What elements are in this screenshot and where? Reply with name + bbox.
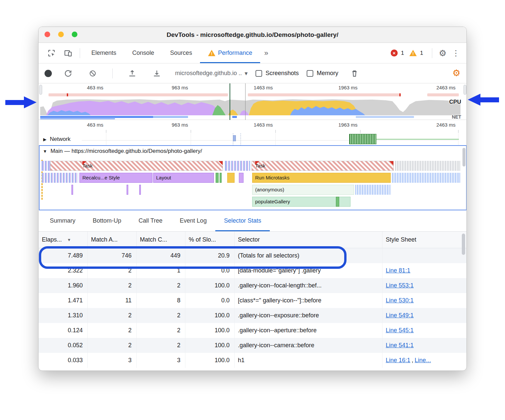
tab-performance[interactable]: ! Performance <box>200 43 260 63</box>
table-scrollbar-thumb[interactable] <box>462 234 465 255</box>
inspect-element-icon[interactable] <box>46 48 57 59</box>
timeline-ruler[interactable]: 463 ms 963 ms 1463 ms 1963 ms 2463 ms <box>39 120 466 133</box>
error-icon[interactable]: × <box>391 50 398 56</box>
close-window-button[interactable] <box>45 32 50 37</box>
record-button[interactable] <box>45 70 52 77</box>
clear-recording-icon[interactable] <box>87 68 98 79</box>
history-dropdown[interactable]: microsoftedge.github.io .. ▾ <box>175 70 248 77</box>
device-toolbar-icon[interactable] <box>62 48 74 59</box>
network-request-mark[interactable] <box>233 135 236 141</box>
flame-sliver[interactable] <box>127 185 128 195</box>
table-row[interactable]: 1.960 2 2 100.0 .gallery-icon--focal-len… <box>39 278 467 293</box>
column-header-match-attempts[interactable]: Match A... <box>88 232 137 248</box>
stylesheet-link[interactable]: Line 81:1 <box>386 267 410 274</box>
collect-garbage-icon[interactable] <box>349 68 360 79</box>
table-row[interactable]: 2.322 2 1 0.0 [data-module="gallery"] .g… <box>39 263 467 278</box>
window-title: DevTools - microsoftedge.github.io/Demos… <box>39 27 466 43</box>
stylesheet-link[interactable]: Line 530:1 <box>386 297 414 304</box>
column-header-match-count[interactable]: Match C... <box>137 232 185 248</box>
tiny-event-slivers[interactable] <box>392 173 460 183</box>
tab-summary[interactable]: Summary <box>41 210 84 231</box>
tiny-task-slivers[interactable] <box>42 161 50 171</box>
tiny-task-slivers[interactable] <box>395 161 460 171</box>
flame-bar-run-microtasks[interactable]: Run Microtasks <box>252 173 391 183</box>
capture-settings-gear-icon[interactable]: ⚙ <box>453 69 460 78</box>
warning-icon[interactable]: ! <box>409 50 417 56</box>
flame-row: Recalcu...e Style Layout Run Microtasks <box>40 173 466 183</box>
overview-right-handle[interactable] <box>463 85 466 95</box>
table-row-totals[interactable]: 7.489 746 449 20.9 (Totals for all selec… <box>39 248 467 263</box>
warning-icon: ! <box>208 50 215 56</box>
network-request-cluster[interactable] <box>349 134 376 144</box>
column-header-selector[interactable]: Selector <box>235 232 382 248</box>
tab-selector-stats[interactable]: Selector Stats <box>215 210 270 231</box>
flame-bar-paint[interactable] <box>220 173 222 183</box>
column-header-slow-path[interactable]: % of Slo... <box>185 232 235 248</box>
main-scrollbar-thumb[interactable] <box>462 148 465 166</box>
flame-sliver[interactable] <box>336 197 339 207</box>
ruler-time-label: 463 ms <box>72 122 103 128</box>
selection-line[interactable] <box>245 83 246 120</box>
flame-sliver[interactable] <box>139 185 141 195</box>
tab-sources[interactable]: Sources <box>162 43 200 63</box>
column-header-elapsed[interactable]: Elaps... ▼ <box>39 232 88 248</box>
flame-sliver[interactable] <box>71 185 73 195</box>
flame-bar-layout[interactable]: Layout <box>153 173 214 183</box>
ruler-time-label: 2463 ms <box>424 122 455 128</box>
table-row[interactable]: 0.124 2 2 100.0 .gallery-icon--aperture:… <box>39 323 467 338</box>
flame-row: (anonymous) <box>40 185 466 195</box>
flame-bar-script[interactable] <box>227 173 235 183</box>
warning-count[interactable]: 1 <box>420 50 423 56</box>
overview-left-handle[interactable] <box>39 85 42 95</box>
save-profile-icon[interactable] <box>151 68 162 79</box>
flame-bar-paint[interactable] <box>216 173 219 183</box>
tab-bottom-up[interactable]: Bottom-Up <box>84 210 130 231</box>
table-row[interactable]: 1.310 2 2 100.0 .gallery-icon--exposure:… <box>39 308 467 323</box>
tab-console[interactable]: Console <box>124 43 162 63</box>
flame-bar-recalculate-style[interactable]: Recalcu...e Style <box>79 173 152 183</box>
screenshots-checkbox[interactable] <box>255 70 262 77</box>
stylesheet-link[interactable]: Line 553:1 <box>386 282 414 289</box>
flame-bar-style[interactable] <box>239 173 244 183</box>
column-header-style-sheet[interactable]: Style Sheet <box>382 232 460 248</box>
chevron-down-icon: ▾ <box>245 70 248 77</box>
memory-checkbox[interactable] <box>307 70 313 77</box>
flame-bar-task[interactable]: Task <box>252 161 394 171</box>
tab-elements[interactable]: Elements <box>83 43 124 63</box>
error-count[interactable]: 1 <box>401 50 404 56</box>
tiny-event-slivers[interactable] <box>355 185 391 195</box>
flame-bar-anonymous[interactable]: (anonymous) <box>252 185 354 195</box>
reload-and-record-icon[interactable] <box>62 68 74 79</box>
tab-call-tree[interactable]: Call Tree <box>130 210 171 231</box>
table-row[interactable]: 0.033 3 3 100.0 h1 Line 16:1 , Line... <box>39 353 467 368</box>
long-task-corner <box>389 161 393 165</box>
tiny-task-slivers[interactable] <box>225 161 250 171</box>
stylesheet-link[interactable]: Line 541:1 <box>386 342 414 349</box>
main-track-header[interactable]: ▼ Main — https://microsoftedge.github.io… <box>43 148 202 155</box>
tiny-event-slivers[interactable] <box>42 173 78 183</box>
settings-gear-icon[interactable]: ⚙ <box>439 49 447 57</box>
stylesheet-link-more[interactable]: Line... <box>415 357 431 364</box>
stylesheet-link[interactable]: Line 549:1 <box>386 312 414 319</box>
load-profile-icon[interactable] <box>127 68 138 79</box>
memory-toggle[interactable]: Memory <box>307 70 338 77</box>
timeline-overview[interactable]: 463 ms 963 ms 1463 ms 1963 ms 2463 ms CP… <box>39 83 466 120</box>
fullscreen-window-button[interactable] <box>72 32 77 37</box>
playhead-line[interactable] <box>230 83 230 120</box>
kebab-menu-icon[interactable]: ⋮ <box>450 49 462 57</box>
network-expand-icon[interactable]: ▶ <box>43 137 47 142</box>
table-row[interactable]: 1.471 11 8 0.0 [class*=" gallery-icon--"… <box>39 293 467 308</box>
main-collapse-icon[interactable]: ▼ <box>43 149 47 154</box>
minimize-window-button[interactable] <box>58 32 64 37</box>
more-tabs-icon[interactable]: » <box>260 49 272 57</box>
main-track[interactable]: ▼ Main — https://microsoftedge.github.io… <box>39 145 467 210</box>
stylesheet-link[interactable]: Line 16:1 <box>386 357 410 364</box>
stylesheet-link[interactable]: Line 545:1 <box>386 327 414 334</box>
table-row[interactable]: 0.052 2 2 100.0 .gallery-icon--camera::b… <box>39 338 467 353</box>
flame-bar-task[interactable]: Task <box>50 161 223 171</box>
status-cluster: × 1 ! 1 ⚙ ⋮ <box>391 48 462 58</box>
tab-event-log[interactable]: Event Log <box>171 210 215 231</box>
network-track[interactable]: ▶ Network <box>39 133 466 145</box>
screenshots-toggle[interactable]: Screenshots <box>255 70 299 77</box>
performance-toolbar: microsoftedge.github.io .. ▾ Screenshots… <box>39 63 466 83</box>
